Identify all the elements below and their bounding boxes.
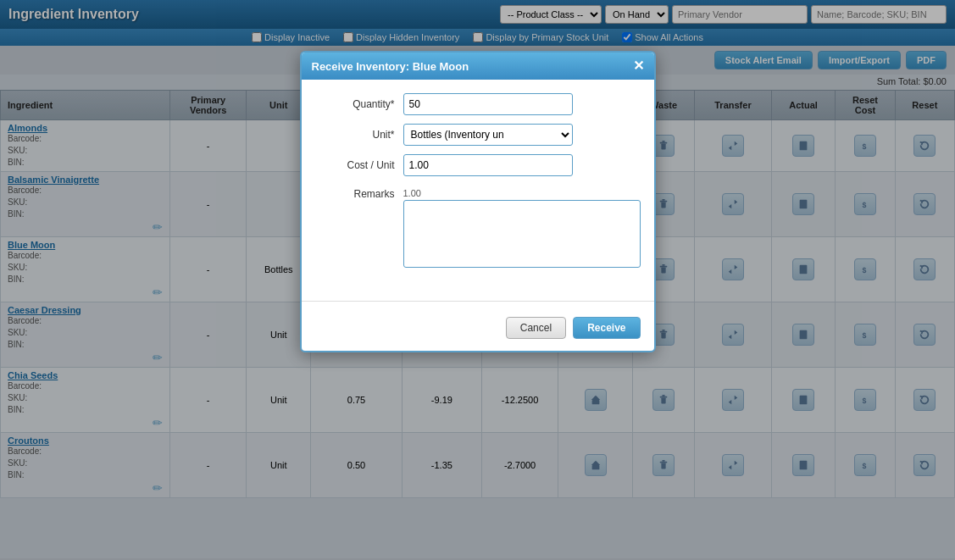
cost-unit-input[interactable] [403, 154, 573, 176]
modal-divider [302, 301, 654, 302]
modal-title: Receive Inventory: Blue Moon [312, 60, 469, 73]
modal-overlay: Receive Inventory: Blue Moon ✕ Quantity*… [0, 0, 955, 560]
modal: Receive Inventory: Blue Moon ✕ Quantity*… [300, 51, 656, 352]
receive-button[interactable]: Receive [573, 317, 640, 339]
modal-close-button[interactable]: ✕ [633, 59, 644, 73]
cost-unit-row: Cost / Unit [319, 154, 637, 176]
cost-unit-label: Cost / Unit [319, 159, 403, 171]
modal-footer: Cancel Receive [302, 310, 654, 351]
quantity-label: Quantity* [319, 98, 403, 110]
unit-row: Unit* Bottles (Inventory un [319, 124, 637, 146]
quantity-input[interactable] [403, 93, 573, 115]
cancel-button[interactable]: Cancel [506, 317, 566, 339]
unit-select[interactable]: Bottles (Inventory un [403, 124, 573, 146]
remarks-label: Remarks [319, 185, 403, 200]
unit-label: Unit* [319, 129, 403, 141]
remarks-textarea[interactable] [403, 200, 641, 268]
quantity-row: Quantity* [319, 93, 637, 115]
remarks-note: 1.00 [403, 185, 641, 198]
modal-body: Quantity* Unit* Bottles (Inventory un Co… [302, 80, 654, 292]
remarks-row: Remarks 1.00 [319, 185, 637, 270]
modal-header: Receive Inventory: Blue Moon ✕ [302, 53, 654, 80]
